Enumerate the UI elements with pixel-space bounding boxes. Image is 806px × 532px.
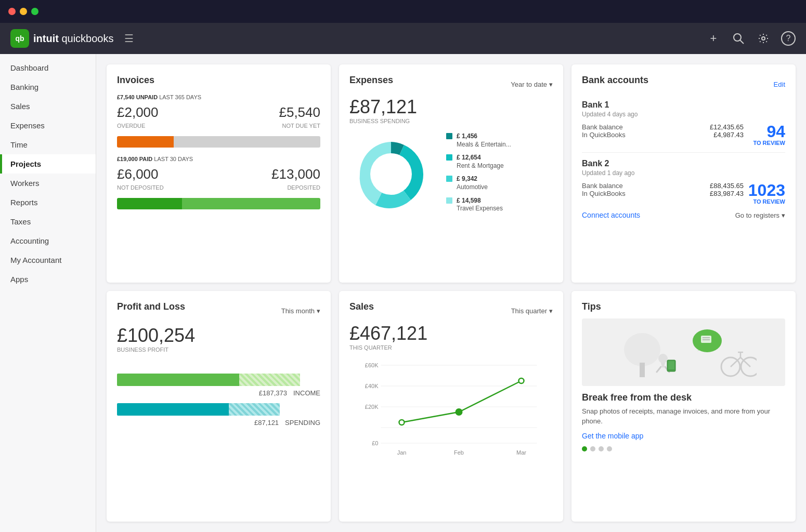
pnl-spending-label: £87,121 SPENDING: [117, 419, 320, 427]
chevron-down-icon: ▾: [549, 307, 553, 315]
invoices-overdue-amount: £2,000: [117, 104, 159, 121]
bank-2-updated: Updated 1 day ago: [582, 169, 785, 177]
pnl-spending-track: [117, 403, 320, 416]
bank-2-balance-row: Bank balance £88,435.65: [582, 182, 744, 190]
pnl-period-selector[interactable]: This month ▾: [281, 307, 320, 315]
sidebar-item-projects[interactable]: Projects: [0, 154, 96, 174]
svg-point-13: [399, 420, 405, 425]
svg-text:£20K: £20K: [365, 404, 379, 410]
bank-2-review[interactable]: 1023 TO REVIEW: [744, 182, 785, 205]
expenses-header: Expenses Year to date ▾: [349, 75, 553, 94]
svg-point-3: [370, 153, 412, 195]
bank-accounts-edit[interactable]: Edit: [774, 81, 785, 88]
close-button[interactable]: [8, 8, 16, 15]
sidebar-item-my-accountant[interactable]: My Accountant: [0, 250, 96, 270]
expenses-title: Expenses: [349, 75, 393, 86]
sidebar-item-taxes[interactable]: Taxes: [0, 212, 96, 231]
bank-1-name: Bank 1: [582, 100, 785, 110]
sales-chart: £60K £40K £20K £0 Jan Feb Mar: [349, 355, 553, 459]
bank-actions: Connect accounts Go to registers ▾: [582, 211, 785, 219]
bar-overdue: [117, 136, 174, 148]
legend-color-meals: [446, 133, 452, 139]
sidebar-item-time[interactable]: Time: [0, 135, 96, 154]
chevron-down-icon: ▾: [782, 211, 785, 219]
invoices-title: Invoices: [117, 75, 320, 86]
traffic-lights: [8, 8, 38, 15]
bank-1-review[interactable]: 94 TO REVIEW: [744, 123, 785, 146]
chevron-down-icon: ▾: [549, 81, 553, 88]
minimize-button[interactable]: [20, 8, 27, 15]
legend-color-rent: [446, 154, 452, 161]
maximize-button[interactable]: [31, 8, 38, 15]
tips-title: Tips: [582, 301, 785, 312]
tip-dot-3[interactable]: [599, 446, 604, 451]
legend-color-travel: [446, 197, 452, 204]
connect-accounts-link[interactable]: Connect accounts: [582, 211, 640, 219]
sidebar-item-accounting[interactable]: Accounting: [0, 231, 96, 250]
expenses-period-selector[interactable]: Year to date ▾: [511, 81, 553, 88]
tip-dot-2[interactable]: [590, 446, 595, 451]
pnl-income-label: £187,373 INCOME: [117, 389, 320, 397]
bank-1-section: Bank 1 Updated 4 days ago Bank balance £…: [582, 100, 785, 146]
tips-card: Tips: [571, 291, 796, 522]
svg-line-1: [740, 40, 744, 44]
sidebar-item-workers[interactable]: Workers: [0, 174, 96, 193]
expenses-legend: £ 1,456 Meals & Entertain... £ 12,654 Re…: [441, 132, 553, 218]
logo: qb intuit quickbooks: [10, 29, 114, 48]
invoices-deposited-bar: [117, 198, 320, 209]
sidebar-item-banking[interactable]: Banking: [0, 77, 96, 97]
invoices-unpaid-label: £7,540 UNPAID LAST 365 DAYS: [117, 94, 320, 100]
legend-item-travel: £ 14,598 Travel Expenses: [446, 197, 553, 213]
sidebar: Dashboard Banking Sales Expenses Time Pr…: [0, 54, 96, 532]
svg-line-22: [657, 367, 661, 372]
profit-loss-card: Profit and Loss This month ▾ £100,254 BU…: [107, 291, 331, 522]
chevron-down-icon: ▾: [317, 307, 320, 315]
invoices-sub-row: OVERDUE NOT DUE YET: [117, 123, 320, 133]
settings-icon[interactable]: [756, 31, 771, 46]
svg-point-2: [762, 37, 765, 40]
sales-title: Sales: [349, 301, 374, 312]
pnl-bars: £187,373 INCOME £87,121 SPENDING: [117, 374, 320, 427]
bank-1-review-count: 94: [744, 123, 785, 140]
svg-text:£0: £0: [372, 440, 378, 446]
legend-color-automotive: [446, 176, 452, 182]
header-right: + ?: [706, 31, 796, 46]
pnl-spending-bar-row: £87,121 SPENDING: [117, 403, 320, 427]
pnl-spending-solid: [117, 403, 229, 416]
bank-2-balances: Bank balance £88,435.65 In QuickBooks £8…: [582, 182, 744, 197]
tips-heading: Break free from the desk: [582, 392, 785, 403]
help-icon[interactable]: ?: [781, 31, 796, 46]
bank-1-review-label: TO REVIEW: [744, 140, 785, 146]
svg-point-0: [734, 34, 741, 41]
expenses-card: Expenses Year to date ▾ £87,121 BUSINESS…: [339, 64, 563, 283]
tip-dot-4[interactable]: [607, 446, 612, 451]
add-icon[interactable]: +: [706, 31, 721, 46]
sidebar-item-dashboard[interactable]: Dashboard: [0, 58, 96, 77]
expenses-donut: [349, 132, 433, 216]
invoices-deposited-row: £6,000 £13,000: [117, 166, 320, 182]
svg-point-15: [519, 378, 524, 383]
app-header: qb intuit quickbooks ☰ + ?: [0, 23, 806, 54]
search-icon[interactable]: [731, 31, 746, 46]
tip-dot-1[interactable]: [582, 446, 587, 451]
get-mobile-app-link[interactable]: Get the mobile app: [582, 432, 785, 440]
pnl-income-bar-row: £187,373 INCOME: [117, 374, 320, 397]
pnl-income-solid: [117, 374, 239, 386]
expenses-donut-legend: £ 1,456 Meals & Entertain... £ 12,654 Re…: [349, 132, 553, 218]
bar-deposited: [182, 198, 320, 209]
main-content: Invoices £7,540 UNPAID LAST 365 DAYS £2,…: [96, 54, 806, 532]
svg-text:Mar: Mar: [516, 449, 526, 456]
svg-point-21: [658, 354, 668, 363]
pnl-header: Profit and Loss This month ▾: [117, 301, 320, 321]
bank-1-balances: Bank balance £12,435.65 In QuickBooks £4…: [582, 123, 744, 139]
sidebar-item-reports[interactable]: Reports: [0, 193, 96, 212]
sidebar-item-sales[interactable]: Sales: [0, 97, 96, 116]
bank-1-balance-row: Bank balance £12,435.65: [582, 123, 744, 131]
sidebar-item-apps[interactable]: Apps: [0, 270, 96, 289]
hamburger-menu[interactable]: ☰: [124, 32, 134, 45]
invoices-overdue-bar: [117, 136, 320, 148]
sales-period-selector[interactable]: This quarter ▾: [511, 307, 553, 315]
svg-text:£60K: £60K: [365, 362, 379, 368]
sidebar-item-expenses[interactable]: Expenses: [0, 116, 96, 135]
go-to-registers-link[interactable]: Go to registers ▾: [735, 211, 785, 219]
